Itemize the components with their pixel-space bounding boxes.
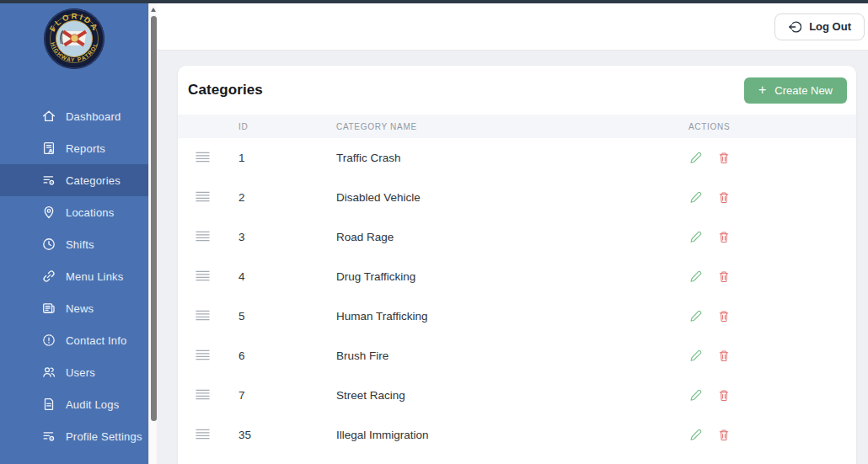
app-root: FLORIDA HIGHWAY PATROL Dashboard Reports xyxy=(0,0,868,464)
row-category-name: Disabled Vehicle xyxy=(336,191,689,204)
edit-button[interactable] xyxy=(689,231,702,243)
delete-button[interactable] xyxy=(718,349,730,362)
row-id: 2 xyxy=(238,191,336,204)
scrollbar-thumb[interactable] xyxy=(151,16,157,421)
users-icon xyxy=(41,365,56,380)
plus-icon: + xyxy=(758,83,766,97)
sidebar-item[interactable]: Shifts xyxy=(0,228,148,260)
page-title: Categories xyxy=(188,82,263,99)
table-row: 7 Street Racing xyxy=(178,376,856,415)
drag-handle-icon[interactable] xyxy=(196,429,210,440)
list-gear-icon xyxy=(41,173,56,188)
sidebar-item[interactable]: News xyxy=(0,292,148,324)
edit-button[interactable] xyxy=(689,152,702,164)
row-id: 35 xyxy=(238,429,336,441)
sidebar-item[interactable]: Audit Logs xyxy=(0,388,148,420)
logout-button[interactable]: Log Out xyxy=(774,13,865,40)
table-header-row: ID CATEGORY NAME ACTIONS xyxy=(178,115,856,138)
row-category-name: Street Racing xyxy=(336,389,689,402)
delete-button[interactable] xyxy=(718,389,730,402)
content-area: Categories + Create New ID CATEGORY NAME… xyxy=(157,51,868,464)
sidebar-item[interactable]: Categories xyxy=(0,164,148,196)
categories-card: Categories + Create New ID CATEGORY NAME… xyxy=(178,66,856,464)
scrollbar-up-arrow-icon[interactable] xyxy=(151,8,156,12)
edit-button[interactable] xyxy=(689,429,702,441)
topbar: Log Out xyxy=(157,3,868,51)
table-row: 6 Brush Fire xyxy=(178,336,856,376)
logout-label: Log Out xyxy=(809,20,851,33)
table-row: 5 Human Trafficking xyxy=(178,296,856,336)
sidebar-item[interactable]: Dashboard xyxy=(0,100,148,132)
sidebar-item[interactable]: Profile Settings xyxy=(0,420,148,452)
list-gear-icon xyxy=(41,429,56,444)
main-area: Log Out Categories + Create New ID CATEG… xyxy=(157,3,868,464)
drag-handle-icon[interactable] xyxy=(196,270,210,281)
edit-button[interactable] xyxy=(689,270,702,283)
map-pin-icon xyxy=(41,205,56,220)
trash-icon xyxy=(718,152,730,164)
sidebar-item-label: Reports xyxy=(66,142,105,155)
table-row: 1 Traffic Crash xyxy=(178,138,856,178)
sidebar-item-label: Menu Links xyxy=(66,270,123,283)
sidebar-item-label: Dashboard xyxy=(66,110,121,123)
edit-button[interactable] xyxy=(689,191,702,204)
pencil-icon xyxy=(689,231,702,243)
trash-icon xyxy=(718,270,730,283)
edit-button[interactable] xyxy=(689,310,702,323)
sidebar-item[interactable]: Locations xyxy=(0,196,148,228)
sidebar-item-label: Audit Logs xyxy=(66,398,119,411)
sidebar-nav: Dashboard Reports Categories Locations xyxy=(0,100,148,452)
delete-button[interactable] xyxy=(718,231,730,243)
delete-button[interactable] xyxy=(718,270,730,283)
drag-handle-icon[interactable] xyxy=(196,389,210,400)
document-icon xyxy=(41,397,56,412)
sidebar-item-label: Categories xyxy=(66,174,121,187)
row-id: 6 xyxy=(238,349,336,362)
pencil-icon xyxy=(689,270,702,283)
row-category-name: Human Trafficking xyxy=(336,310,689,323)
edit-button[interactable] xyxy=(689,349,702,362)
edit-button[interactable] xyxy=(689,389,702,402)
row-category-name: Drug Trafficking xyxy=(336,270,689,283)
drag-handle-icon[interactable] xyxy=(196,191,210,202)
delete-button[interactable] xyxy=(718,429,730,441)
row-id: 3 xyxy=(238,231,336,243)
drag-handle-icon[interactable] xyxy=(196,231,210,242)
table-header-actions: ACTIONS xyxy=(689,122,856,131)
row-id: 1 xyxy=(238,152,336,164)
row-id: 7 xyxy=(238,389,336,402)
trash-icon xyxy=(718,389,730,402)
fhp-badge-icon: FLORIDA HIGHWAY PATROL xyxy=(43,8,105,70)
sidebar-item-label: Shifts xyxy=(66,238,94,251)
table-row: 35 Illegal Immigration xyxy=(178,415,856,455)
delete-button[interactable] xyxy=(718,152,730,164)
sidebar-item[interactable]: Menu Links xyxy=(0,260,148,292)
sidebar-item-label: Contact Info xyxy=(66,334,127,347)
table-header-category-name: CATEGORY NAME xyxy=(336,122,689,131)
sidebar-item-label: Users xyxy=(66,366,95,379)
pencil-icon xyxy=(689,152,702,164)
row-id: 5 xyxy=(238,310,336,323)
home-icon xyxy=(41,109,56,124)
drag-handle-icon[interactable] xyxy=(196,349,210,360)
table-row: 4 Drug Trafficking xyxy=(178,257,856,296)
create-new-label: Create New xyxy=(774,84,833,97)
row-category-name: Traffic Crash xyxy=(336,152,689,164)
alert-circle-icon xyxy=(41,333,56,348)
delete-button[interactable] xyxy=(718,310,730,323)
delete-button[interactable] xyxy=(718,191,730,204)
table-row: 2 Disabled Vehicle xyxy=(178,178,856,217)
row-category-name: Road Rage xyxy=(336,231,689,243)
logout-icon xyxy=(788,20,801,34)
create-new-button[interactable]: + Create New xyxy=(744,77,847,104)
sidebar-item[interactable]: Reports xyxy=(0,132,148,164)
drag-handle-icon[interactable] xyxy=(196,310,210,321)
drag-handle-icon[interactable] xyxy=(196,152,210,163)
trash-icon xyxy=(718,191,730,204)
table-body: 1 Traffic Crash xyxy=(178,138,856,455)
sidebar-item[interactable]: Users xyxy=(0,356,148,388)
row-category-name: Illegal Immigration xyxy=(336,429,689,441)
sidebar-item[interactable]: Contact Info xyxy=(0,324,148,356)
newspaper-icon xyxy=(41,301,56,316)
sidebar-scrollbar[interactable] xyxy=(148,3,157,464)
